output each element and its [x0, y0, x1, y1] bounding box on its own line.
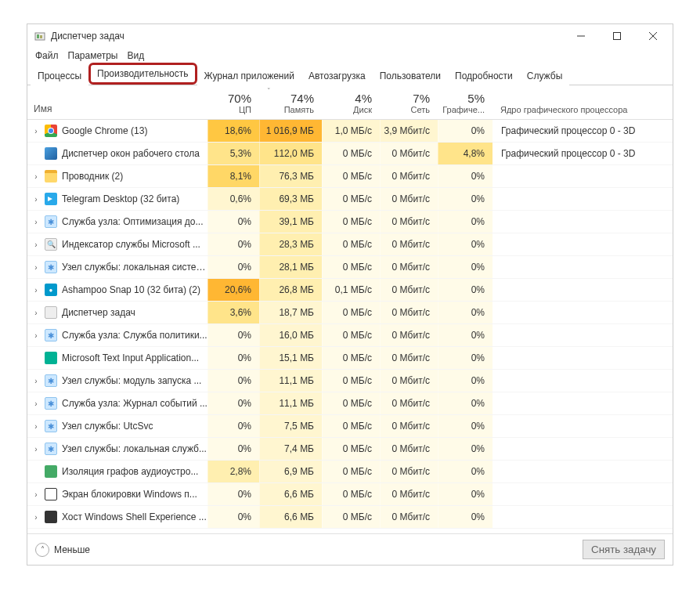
fewer-details-button[interactable]: ˄ Меньше — [35, 543, 90, 557]
gpu-engine-cell — [493, 392, 673, 414]
gpu-cell: 0% — [438, 165, 493, 187]
gpu-engine-cell: Графический процессор 0 - 3D — [493, 143, 673, 164]
col-name[interactable]: Имя — [27, 85, 207, 119]
process-list[interactable]: ›Google Chrome (13)18,6%1 016,9 МБ1,0 МБ… — [27, 120, 673, 533]
app-icon — [34, 30, 46, 42]
gpu-engine-cell: Графический процессор 0 - 3D — [493, 120, 673, 142]
process-row[interactable]: ›Узел службы: локальная служб...0%7,4 МБ… — [27, 438, 673, 461]
expand-icon[interactable]: › — [31, 127, 41, 136]
tab-users[interactable]: Пользователи — [373, 66, 448, 85]
process-row[interactable]: ›Экран блокировки Windows п...0%6,6 МБ0 … — [27, 483, 673, 506]
tab-app-history[interactable]: Журнал приложений — [197, 66, 301, 85]
process-row[interactable]: Microsoft Text Input Application...0%15,… — [27, 347, 673, 370]
menu-view[interactable]: Вид — [124, 49, 147, 63]
process-name-cell: ›Служба узла: Оптимизация до... — [27, 215, 207, 228]
process-row[interactable]: ›Ashampoo Snap 10 (32 бита) (2)20,6%26,8… — [27, 279, 673, 302]
network-cell: 0 Мбит/с — [380, 279, 438, 301]
network-cell: 0 Мбит/с — [380, 415, 438, 437]
expand-icon[interactable]: › — [31, 377, 41, 385]
disk-cell: 0,1 МБ/с — [322, 279, 380, 301]
process-row[interactable]: ›Узел службы: локальная система0%28,1 МБ… — [27, 256, 673, 279]
process-row[interactable]: ›Проводник (2)8,1%76,3 МБ0 МБ/с0 Мбит/с0… — [27, 165, 673, 188]
memory-cell: 1 016,9 МБ — [259, 120, 322, 142]
expand-icon[interactable]: › — [31, 195, 41, 204]
tab-processes[interactable]: Процессы — [31, 66, 88, 85]
minimize-button[interactable] — [563, 24, 599, 48]
svg-rect-2 — [40, 35, 42, 38]
expand-icon[interactable]: › — [31, 422, 41, 431]
col-gpu[interactable]: 5% Графиче... — [438, 85, 493, 119]
cpu-cell: 3,6% — [207, 302, 259, 323]
gpu-pct: 5% — [467, 92, 485, 105]
net-pct: 7% — [413, 92, 430, 105]
process-row[interactable]: ›Узел службы: UtcSvc0%7,5 МБ0 МБ/с0 Мбит… — [27, 415, 673, 438]
end-task-button[interactable]: Снять задачу — [583, 540, 665, 559]
column-headers: Имя 70% ЦП ˅ 74% Память 4% Диск 7% Сеть … — [27, 85, 673, 120]
expand-icon[interactable]: › — [31, 513, 41, 522]
gpu-cell: 0% — [438, 438, 493, 460]
process-row[interactable]: ›Google Chrome (13)18,6%1 016,9 МБ1,0 МБ… — [27, 120, 673, 143]
titlebar: Диспетчер задач — [27, 24, 673, 48]
col-memory[interactable]: ˅ 74% Память — [259, 85, 322, 119]
process-row[interactable]: ›Узел службы: модуль запуска ...0%11,1 М… — [27, 370, 673, 392]
cpu-cell: 18,6% — [207, 120, 259, 142]
memory-cell: 76,3 МБ — [259, 165, 322, 187]
process-row[interactable]: ›Telegram Desktop (32 бита)0,6%69,3 МБ0 … — [27, 188, 673, 211]
process-name: Диспетчер окон рабочего стола — [62, 148, 200, 159]
svg-rect-4 — [614, 33, 621, 40]
col-disk[interactable]: 4% Диск — [322, 85, 380, 119]
expand-icon[interactable]: › — [31, 399, 41, 408]
cpu-cell: 0% — [207, 506, 259, 528]
cpu-cell: 20,6% — [207, 279, 259, 301]
process-name-cell: Изоляция графов аудиоустро... — [27, 465, 207, 478]
process-row[interactable]: ›Служба узла: Журнал событий ...0%11,1 М… — [27, 392, 673, 415]
tab-performance[interactable]: Производительность — [88, 63, 197, 85]
tab-details[interactable]: Подробности — [448, 66, 520, 85]
gpu-cell: 0% — [438, 483, 493, 505]
tab-services[interactable]: Службы — [520, 66, 569, 85]
gpu-engine-cell — [493, 324, 673, 346]
process-name-cell: ›Служба узла: Журнал событий ... — [27, 397, 207, 410]
disk-cell: 0 МБ/с — [322, 324, 380, 346]
expand-icon[interactable]: › — [31, 490, 41, 499]
col-gpu-engine[interactable]: Ядро графического процессора — [493, 85, 673, 119]
process-icon — [45, 352, 57, 364]
process-name-cell: ›Узел службы: модуль запуска ... — [27, 374, 207, 387]
fewer-label: Меньше — [54, 544, 90, 555]
memory-cell: 6,9 МБ — [259, 461, 322, 482]
disk-cell: 0 МБ/с — [322, 165, 380, 187]
process-name: Хост Windows Shell Experience ... — [62, 511, 207, 522]
expand-icon[interactable]: › — [31, 218, 41, 226]
col-network[interactable]: 7% Сеть — [380, 85, 438, 119]
network-cell: 0 Мбит/с — [380, 461, 438, 482]
tab-startup[interactable]: Автозагрузка — [301, 66, 373, 85]
process-row[interactable]: ›Хост Windows Shell Experience ...0%6,6 … — [27, 506, 673, 529]
expand-icon[interactable]: › — [31, 309, 41, 317]
process-row[interactable]: ›Служба узла: Служба политики...0%16,0 М… — [27, 324, 673, 347]
expand-icon[interactable]: › — [31, 331, 41, 340]
memory-cell: 16,0 МБ — [259, 324, 322, 346]
cpu-cell: 5,3% — [207, 143, 259, 164]
gpu-cell: 0% — [438, 233, 493, 255]
col-cpu[interactable]: 70% ЦП — [207, 85, 259, 119]
expand-icon[interactable]: › — [31, 286, 41, 294]
expand-icon[interactable]: › — [31, 240, 41, 249]
process-row[interactable]: ›Индексатор службы Microsoft ...0%28,3 М… — [27, 233, 673, 256]
disk-cell: 0 МБ/с — [322, 302, 380, 323]
disk-cell: 1,0 МБ/с — [322, 120, 380, 142]
process-name: Служба узла: Оптимизация до... — [62, 216, 204, 227]
gpu-engine-cell — [493, 188, 673, 210]
process-icon — [45, 125, 57, 137]
expand-icon[interactable]: › — [31, 445, 41, 453]
process-row[interactable]: Диспетчер окон рабочего стола5,3%112,0 М… — [27, 143, 673, 165]
expand-icon[interactable]: › — [31, 263, 41, 272]
expand-icon[interactable]: › — [31, 172, 41, 181]
maximize-button[interactable] — [599, 24, 635, 48]
process-row[interactable]: ›Диспетчер задач3,6%18,7 МБ0 МБ/с0 Мбит/… — [27, 302, 673, 324]
process-row[interactable]: Изоляция графов аудиоустро...2,8%6,9 МБ0… — [27, 461, 673, 483]
close-button[interactable] — [635, 24, 671, 48]
menu-file[interactable]: Файл — [32, 49, 62, 63]
network-cell: 0 Мбит/с — [380, 483, 438, 505]
menu-options[interactable]: Параметры — [65, 49, 121, 63]
process-row[interactable]: ›Служба узла: Оптимизация до...0%39,1 МБ… — [27, 211, 673, 233]
